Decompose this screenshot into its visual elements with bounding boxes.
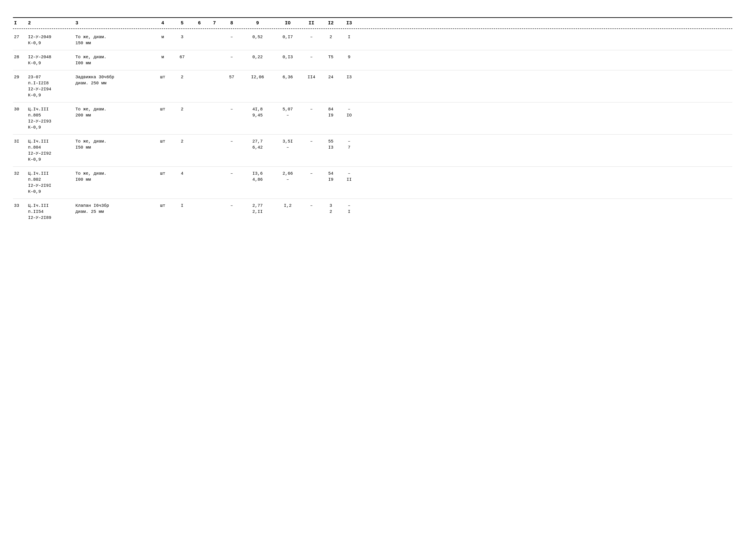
col-header-11: II [302, 20, 321, 27]
table-row: 27I2–У–2049К–0,9То же, диам.150 ммм3–0,5… [13, 31, 732, 49]
cell: 2 [173, 106, 192, 112]
cell: 32 [321, 203, 340, 215]
cell: I3,64,86 [241, 171, 274, 183]
cell: 33 [13, 203, 28, 209]
cell: 0,22 [241, 54, 274, 60]
col-header-4: 4 [153, 20, 173, 27]
cell: шт [153, 171, 173, 177]
row-divider [13, 50, 732, 50]
cell: шт [153, 106, 173, 112]
cell: Ц.Iч.IIIп.II54I2–У–2I89 [28, 203, 75, 221]
cell: – [222, 54, 241, 60]
cell: То же, диам.I00 мм [75, 54, 153, 66]
table-rows: 27I2–У–2049К–0,9То же, диам.150 ммм3–0,5… [13, 31, 732, 224]
cell: I2,06 [241, 74, 274, 80]
cell: 6,36 [274, 74, 302, 80]
row-divider [13, 166, 732, 167]
cell: 0,I7 [274, 34, 302, 40]
cell: 28 [13, 54, 28, 60]
cell: – [302, 34, 321, 40]
table-row: 3IЦ.Iч.IIIп.804I2–У–2I92К–0,9То же, диам… [13, 135, 732, 166]
cell: – [302, 54, 321, 60]
col-header-7: 7 [207, 20, 222, 27]
cell: 30 [13, 106, 28, 112]
cell: – [222, 106, 241, 112]
cell: – [302, 203, 321, 209]
cell: 55I3 [321, 138, 340, 151]
cell: 54I9 [321, 171, 340, 183]
cell: 9 [340, 54, 358, 60]
cell: 0,52 [241, 34, 274, 40]
cell: шт [153, 74, 173, 80]
cell: 2,66– [274, 171, 302, 183]
table-area: I 2 3 4 5 6 7 8 9 [13, 17, 732, 518]
cell: 3 [173, 34, 192, 40]
cell: 23–07п.I–I2I8I2–У–2I94К–0,9 [28, 74, 75, 98]
cell: Ц.Iч.IIIп.805I2–У–2I93К–0,9 [28, 106, 75, 130]
cell: Клапан I6ч3брдиам. 25 мм [75, 203, 153, 215]
cell: То же, диам.200 мм [75, 106, 153, 118]
cell: шт [153, 138, 173, 145]
cell: – [222, 171, 241, 177]
col-header-12: I2 [321, 20, 340, 27]
col-header-3: 3 [75, 20, 153, 27]
cell: –II [340, 171, 358, 183]
table-row: 33Ц.Iч.IIIп.II54I2–У–2I89Клапан I6ч3брди… [13, 200, 732, 224]
cell: То же, диам.I00 мм [75, 171, 153, 183]
cell: 84I9 [321, 106, 340, 118]
cell: – [222, 203, 241, 209]
cell: – [302, 138, 321, 145]
col-header-13: I3 [340, 20, 358, 27]
cell: 3,5I– [274, 138, 302, 151]
col-header-8: 8 [222, 20, 241, 27]
cell: I3 [340, 74, 358, 80]
cell: –IO [340, 106, 358, 118]
header-row: I 2 3 4 5 6 7 8 9 [13, 18, 732, 28]
cell: 4 [173, 171, 192, 177]
header-sub-line [13, 28, 732, 29]
cell: 0,I3 [274, 54, 302, 60]
cell: 2 [173, 138, 192, 145]
cell: –7 [340, 138, 358, 151]
cell: 32 [13, 171, 28, 177]
cell: I2–У–2048К–0,9 [28, 54, 75, 66]
table-row: 2923–07п.I–I2I8I2–У–2I94К–0,9Задвижка 30… [13, 71, 732, 101]
cell: II4 [302, 74, 321, 80]
cell: – [302, 106, 321, 112]
cell: шт [153, 203, 173, 209]
cell: – [302, 171, 321, 177]
cell: 27,76,42 [241, 138, 274, 151]
cell: I,2 [274, 203, 302, 209]
cell: м [153, 54, 173, 60]
cell: I [173, 203, 192, 209]
row-divider [13, 199, 732, 199]
cell: 29 [13, 74, 28, 80]
cell: Ц.Iч.IIIп.804I2–У–2I92К–0,9 [28, 138, 75, 163]
cell: 5,07– [274, 106, 302, 118]
cell: 27 [13, 34, 28, 40]
col-header-2: 2 [28, 20, 75, 27]
table-row: 28I2–У–2048К–0,9То же, диам.I00 ммм67–0,… [13, 51, 732, 69]
col-header-9: 9 [241, 20, 274, 27]
table-row: 32Ц.Iч.IIIп.802I2–У–2I9IК–0,9То же, диам… [13, 168, 732, 198]
cell: 2,772,II [241, 203, 274, 215]
cell: 3I [13, 138, 28, 145]
cell: Задвижка 30ч6брдиам. 250 мм [75, 74, 153, 86]
col-header-5: 5 [173, 20, 192, 27]
page: I 2 3 4 5 6 7 8 9 [0, 0, 756, 535]
cell: 57 [222, 74, 241, 80]
cell: I [340, 34, 358, 40]
cell: – [222, 138, 241, 145]
col-header-1: I [13, 20, 28, 27]
cell: 2 [321, 34, 340, 40]
cell: То же, диам.150 мм [75, 34, 153, 46]
cell: м [153, 34, 173, 40]
cell: Ц.Iч.IIIп.802I2–У–2I9IК–0,9 [28, 171, 75, 195]
col-header-6: 6 [192, 20, 207, 27]
cell: 67 [173, 54, 192, 60]
cell: –I [340, 203, 358, 215]
row-divider [13, 102, 732, 102]
header-top-line [13, 17, 732, 18]
cell: I2–У–2049К–0,9 [28, 34, 75, 46]
table-row: 30Ц.Iч.IIIп.805I2–У–2I93К–0,9То же, диам… [13, 103, 732, 133]
